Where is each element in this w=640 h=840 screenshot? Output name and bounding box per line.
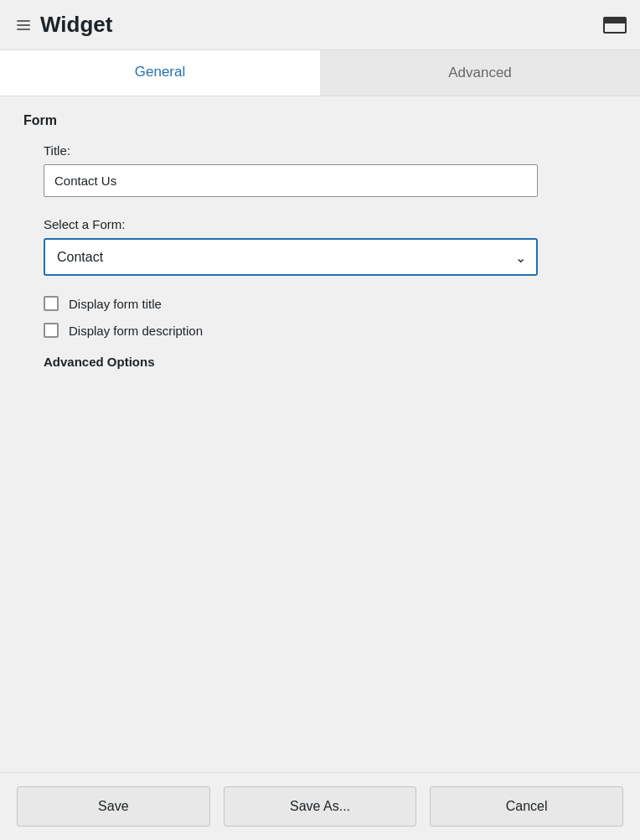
- select-wrapper: Contact Feedback Newsletter Registration…: [44, 238, 538, 276]
- save-as-button[interactable]: Save As...: [224, 786, 417, 827]
- form-select[interactable]: Contact Feedback Newsletter Registration: [44, 238, 538, 276]
- title-field-group: Title:: [23, 143, 623, 197]
- title-input[interactable]: [44, 164, 538, 197]
- title-label: Title:: [44, 143, 623, 158]
- widget-title: Widget: [40, 12, 112, 38]
- tab-advanced[interactable]: Advanced: [320, 50, 640, 96]
- window-icon[interactable]: [603, 17, 627, 34]
- checkboxes-group: Display form title Display form descript…: [23, 296, 623, 338]
- widget-header: Widget: [0, 0, 640, 50]
- advanced-options-label: Advanced Options: [23, 355, 623, 369]
- display-form-description-checkbox[interactable]: [44, 323, 59, 338]
- checkbox-item-description: Display form description: [44, 323, 623, 338]
- header-left: Widget: [17, 12, 112, 38]
- select-form-label: Select a Form:: [44, 217, 623, 231]
- display-form-title-checkbox[interactable]: [44, 296, 59, 311]
- display-form-description-label[interactable]: Display form description: [69, 324, 203, 338]
- checkbox-item-title: Display form title: [44, 296, 623, 311]
- main-content: Form Title: Select a Form: Contact Feedb…: [0, 96, 640, 772]
- form-section-label: Form: [23, 113, 623, 128]
- drag-handle-icon[interactable]: [17, 20, 30, 30]
- tab-general[interactable]: General: [0, 50, 320, 96]
- footer: Save Save As... Cancel: [0, 772, 640, 840]
- cancel-button[interactable]: Cancel: [430, 786, 623, 827]
- display-form-title-label[interactable]: Display form title: [69, 297, 162, 311]
- window-icon-bar: [605, 18, 625, 23]
- tabs-container: General Advanced: [0, 50, 640, 96]
- select-form-group: Select a Form: Contact Feedback Newslett…: [23, 217, 623, 276]
- save-button[interactable]: Save: [17, 786, 210, 827]
